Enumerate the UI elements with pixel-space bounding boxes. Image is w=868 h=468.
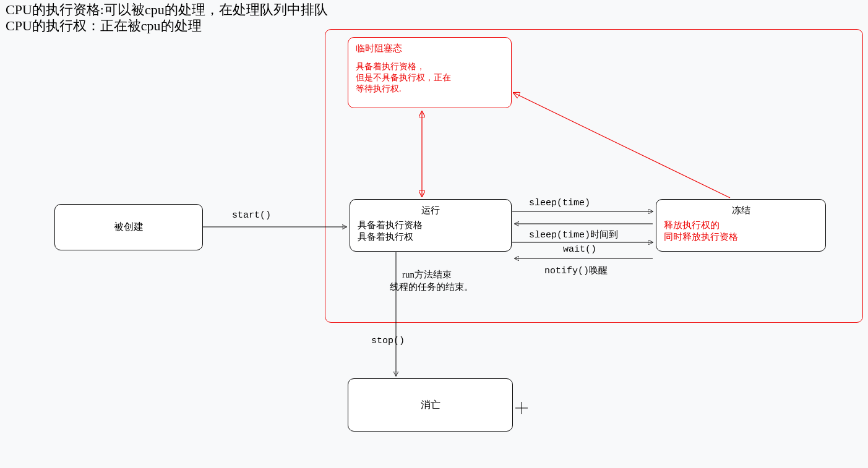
node-dead: 消亡 <box>348 378 513 432</box>
node-frozen: 冻结 释放执行权的 同时释放执行资格 <box>656 199 826 252</box>
edge-wait-label: wait() <box>563 244 596 255</box>
node-running-title: 运行 <box>358 205 504 217</box>
node-created-title: 被创建 <box>114 221 144 234</box>
edge-start-label: start() <box>232 210 271 221</box>
edge-run-end2-label: 线程的任务的结束。 <box>390 281 473 293</box>
node-blocked: 临时阻塞态 具备着执行资格， 但是不具备执行权，正在 等待执行权. <box>348 37 512 108</box>
cursor-icon <box>515 402 528 414</box>
node-frozen-title: 冻结 <box>664 205 818 217</box>
node-dead-title: 消亡 <box>421 399 440 412</box>
node-blocked-desc3: 等待执行权. <box>356 83 504 95</box>
edge-sleep-back-label: sleep(time)时间到 <box>529 229 618 240</box>
node-blocked-title: 临时阻塞态 <box>356 43 504 55</box>
node-running: 运行 具备着执行资格 具备着执行权 <box>350 199 512 252</box>
node-frozen-desc2: 同时释放执行资格 <box>664 231 818 244</box>
node-frozen-desc1: 释放执行权的 <box>664 219 818 232</box>
node-running-desc2: 具备着执行权 <box>358 231 504 244</box>
node-running-desc1: 具备着执行资格 <box>358 219 504 232</box>
heading-line2: CPU的执行权：正在被cpu的处理 <box>6 17 202 35</box>
node-blocked-desc2: 但是不具备执行权，正在 <box>356 72 504 83</box>
edge-sleep-label: sleep(time) <box>529 198 590 208</box>
edge-notify-label: notify()唤醒 <box>544 265 608 276</box>
edge-run-end1-label: run方法结束 <box>402 269 452 281</box>
node-blocked-desc1: 具备着执行资格， <box>356 61 504 72</box>
edge-stop-label: stop() <box>371 336 405 346</box>
node-created: 被创建 <box>54 204 203 250</box>
